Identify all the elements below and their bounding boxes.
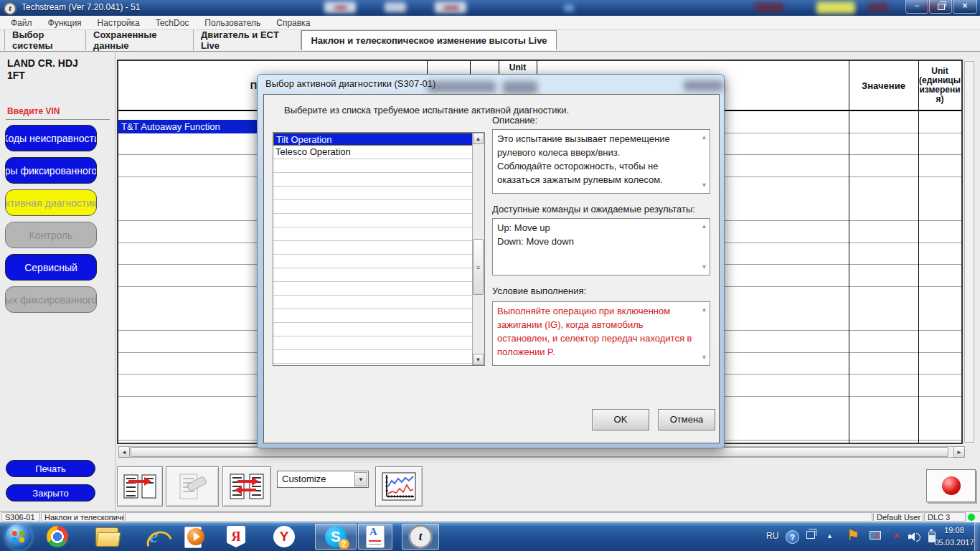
dialog-title: Выбор активной диагностики (S307-01)	[265, 78, 435, 89]
commands-label: Доступные команды и ожидаемые результаты…	[492, 204, 695, 215]
test-listbox: Tilt Operation Telesco Operation ▲ ≡ ▼	[273, 132, 485, 366]
restore-button[interactable]	[929, 0, 952, 14]
list-item-empty	[273, 187, 484, 200]
list-item-empty	[273, 214, 484, 227]
copy-list-button[interactable]	[117, 466, 163, 507]
taskbar-media-player[interactable]	[176, 524, 211, 550]
customize-combobox[interactable]: Customize ▼	[277, 471, 369, 488]
list-scroll-up-button[interactable]: ▲	[473, 133, 484, 144]
tray-clock[interactable]: 19:08 05.03.2017	[933, 524, 976, 549]
scroll-right-button[interactable]: ►	[953, 446, 965, 458]
ok-button[interactable]: OK	[592, 409, 649, 430]
taskbar-document-app[interactable]: A	[358, 524, 392, 550]
scroll-down-icon[interactable]: ▼	[701, 179, 707, 192]
app-icon: t	[4, 2, 17, 15]
taskbar-chrome[interactable]	[40, 524, 75, 550]
language-indicator[interactable]: RU	[766, 531, 778, 551]
horizontal-scroll-thumb[interactable]	[131, 447, 948, 457]
clock-date: 05.03.2017	[933, 537, 976, 549]
action-center-icon[interactable]: ⚑	[847, 527, 859, 551]
status-bar: S306-01 Наклон и телескопическ Default U…	[0, 511, 980, 523]
sidebar-button-active-test[interactable]: ктивная диагностик	[5, 189, 97, 216]
scroll-up-icon: ▲	[476, 136, 481, 142]
tab-bar: Выбор системы Сохраненные данные Двигате…	[0, 30, 980, 52]
scroll-down-icon: ▼	[476, 357, 481, 363]
menu-file[interactable]: Файл	[3, 17, 40, 29]
list-scroll-down-button[interactable]: ▼	[473, 354, 484, 365]
taskbar-yandex-browser[interactable]: Y	[267, 524, 301, 550]
list-item-empty	[273, 282, 484, 296]
eraser-icon	[174, 471, 210, 501]
status-screen-name: Наклон и телескопическ	[41, 512, 124, 522]
scroll-up-icon[interactable]: ▲	[701, 303, 707, 316]
restore-tray-icon[interactable]	[806, 531, 815, 539]
list-item-empty	[273, 227, 484, 241]
record-button[interactable]	[926, 469, 976, 502]
glass-artifact	[428, 81, 496, 93]
yandex-icon: Я	[227, 526, 245, 547]
column-divider	[849, 61, 849, 443]
list-scroll-thumb[interactable]: ≡	[473, 239, 484, 295]
swap-list-button[interactable]	[222, 466, 271, 507]
list-item-empty	[273, 309, 484, 323]
menu-settings[interactable]: Настройка	[90, 17, 148, 29]
vin-prompt[interactable]: Введите VIN	[7, 106, 60, 116]
scroll-up-icon[interactable]: ▲	[701, 131, 707, 144]
cancel-button[interactable]: Отмена	[658, 409, 715, 430]
thumb-grip-icon: ≡	[476, 264, 480, 271]
taskbar-yandex[interactable]: Я	[219, 524, 253, 550]
tray-expand-arrow-icon[interactable]: ▲	[826, 532, 833, 551]
scroll-down-icon[interactable]: ▼	[701, 260, 707, 274]
sidebar-button-service[interactable]: Сервисный	[5, 254, 97, 281]
scroll-down-icon[interactable]: ▼	[701, 351, 707, 364]
network-status-icon[interactable]: ×	[870, 531, 881, 551]
line-graph-button[interactable]	[375, 466, 423, 507]
artifact-blob	[443, 6, 459, 10]
tab-tilt-telescopic-live[interactable]: Наклон и телескопическое изменение высот…	[301, 30, 557, 50]
skype-badge: 2	[339, 539, 349, 550]
show-desktop-button[interactable]	[974, 522, 980, 551]
start-flag-icon	[19, 531, 24, 536]
list-item-empty	[273, 241, 484, 255]
taskbar-internet-explorer[interactable]: e	[138, 524, 173, 550]
list-item-tilt-operation[interactable]: Tilt Operation	[273, 133, 484, 146]
commands-box: Up: Move up Down: Move down ▲ ▼	[492, 218, 710, 276]
list-item-telesco-operation[interactable]: Telesco Operation	[273, 146, 484, 159]
menu-user[interactable]: Пользователь	[197, 17, 268, 29]
taskbar-techstream[interactable]: t	[402, 524, 439, 550]
dialog-body: Выберите из списка требуемое испытание а…	[263, 94, 720, 443]
tab-saved-data[interactable]: Сохраненные данные	[86, 30, 194, 50]
table-vertical-scrollbar[interactable]	[964, 61, 974, 443]
combobox-arrow-icon[interactable]: ▼	[354, 472, 367, 486]
menu-help[interactable]: Справка	[268, 17, 318, 29]
vin-underline	[6, 119, 110, 120]
start-button[interactable]	[6, 524, 32, 550]
minimize-button[interactable]: −	[905, 0, 928, 14]
list-item-empty	[273, 350, 484, 364]
taskbar-skype[interactable]: S 2	[315, 524, 357, 550]
glass-artifact	[503, 81, 537, 94]
scroll-left-button[interactable]: ◄	[118, 446, 130, 458]
ie-icon: e	[144, 525, 167, 548]
yandex-browser-icon: Y	[273, 526, 295, 547]
swap-list-icon	[229, 471, 265, 501]
sidebar-button-fixed-params[interactable]: ры фиксированного	[5, 157, 97, 184]
table-row-selected[interactable]: T&T Autoaway Function	[118, 120, 257, 133]
clock-time: 19:08	[933, 524, 976, 537]
scroll-up-icon[interactable]: ▲	[701, 220, 707, 233]
close-screen-button[interactable]: Закрыто	[6, 484, 95, 501]
list-scrollbar[interactable]: ▲ ≡ ▼	[472, 133, 484, 365]
tab-system-select[interactable]: Выбор системы	[4, 30, 86, 50]
menu-function[interactable]: Функция	[40, 17, 90, 29]
sidebar-button-trouble-codes[interactable]: Коды неисправности	[5, 125, 97, 151]
menu-techdoc[interactable]: TechDoc	[148, 17, 197, 29]
chrome-icon	[47, 526, 68, 547]
tab-engine-ect-live[interactable]: Двигатель и ECT Live	[194, 30, 301, 50]
print-button[interactable]: Печать	[6, 460, 95, 477]
close-button[interactable]: ×	[953, 0, 977, 14]
column-divider	[918, 61, 919, 443]
taskbar-explorer[interactable]	[90, 524, 124, 550]
combobox-value: Customize	[282, 474, 326, 484]
line-graph-icon	[382, 472, 416, 501]
help-tray-icon[interactable]: ?	[786, 530, 799, 544]
